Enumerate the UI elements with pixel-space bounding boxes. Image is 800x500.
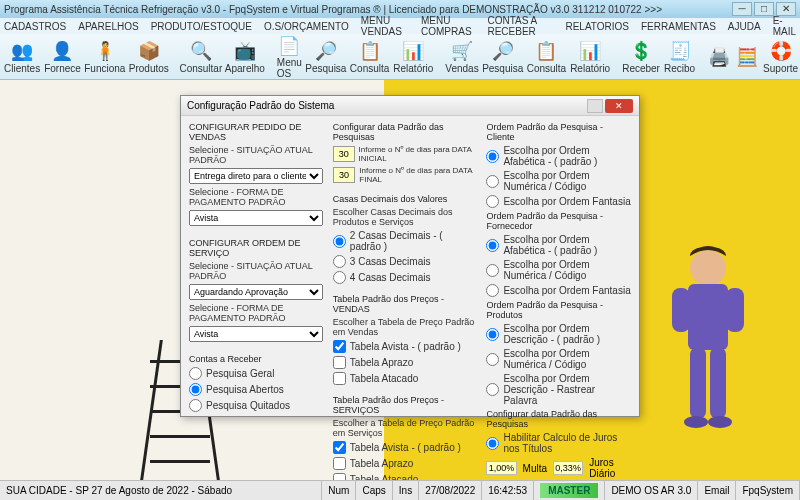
radio-juros[interactable]: Habilitar Calculo de Juros nos Títulos (486, 432, 631, 454)
radio-pesquisa-geral[interactable]: Pesquisa Geral (189, 367, 323, 380)
window-title: Programa Assistência Técnica Refrigeraçã… (4, 4, 732, 15)
config-dialog: Configuração Padrão do Sistema ✕ CONFIGU… (180, 95, 640, 417)
radio-cli-alfa[interactable]: Escolha por Ordem Afabética - ( padrão ) (486, 145, 631, 167)
dialog-close-button[interactable]: ✕ (605, 99, 633, 113)
heading: Casas Decimais dos Valores (333, 194, 477, 204)
status-date: 27/08/2022 (419, 481, 482, 500)
radio-forn-num[interactable]: Escolha por Ordem Numérica / Código (486, 259, 631, 281)
menu-item[interactable]: APARELHOS (78, 21, 138, 32)
ribbon-button[interactable]: 🛟Suporte (763, 36, 798, 78)
radio-prod-rast[interactable]: Escolha por Ordem Descrição - Rastrear P… (486, 373, 631, 406)
dias-inicial-input[interactable]: 30 (333, 146, 355, 162)
menu-item[interactable]: CADASTROS (4, 21, 66, 32)
radio-pesquisa-abertos[interactable]: Pesquisa Abertos (189, 383, 323, 396)
ribbon-icon: 💲 (629, 39, 653, 63)
close-button[interactable]: ✕ (776, 2, 796, 16)
ribbon-label: Consultar (179, 63, 222, 74)
venda-pagamento-select[interactable]: Avista (189, 210, 323, 226)
ribbon-button[interactable]: 📊Relatório (393, 36, 433, 78)
ribbon-button[interactable]: 📋Consulta (527, 36, 566, 78)
ribbon-label: Relatório (570, 63, 610, 74)
heading: CONFIGURAR ORDEM DE SERVIÇO (189, 238, 323, 258)
radio-forn-fant[interactable]: Escolha por Ordem Fantasia (486, 284, 631, 297)
ribbon-button[interactable]: 🖨️ (707, 36, 731, 78)
menu-item[interactable]: FERRAMENTAS (641, 21, 716, 32)
ribbon-button[interactable]: 🧮 (735, 36, 759, 78)
person-graphic (640, 240, 770, 460)
dialog-col-2: Configurar data Padrão das Pesquisas 30I… (333, 122, 477, 500)
ribbon-label: Pesquisa (482, 63, 523, 74)
minimize-button[interactable]: ─ (732, 2, 752, 16)
ribbon-button[interactable]: 📦Produtos (129, 36, 169, 78)
heading: Ordem Padrão da Pesquisa - Produtos (486, 300, 631, 320)
ribbon-icon: 🔎 (314, 39, 338, 63)
ribbon-button[interactable]: 🧾Recibo (664, 36, 695, 78)
juros-input[interactable]: 0,33% (553, 461, 583, 475)
check-servicos-avista[interactable]: Tabela Avista - ( padrão ) (333, 441, 477, 454)
ribbon-button[interactable]: 📋Consulta (350, 36, 389, 78)
heading: Configurar data Padrão das Pesquisas (333, 122, 477, 142)
ribbon-button[interactable]: 🔍Consultar (181, 36, 221, 78)
status-bar: SUA CIDADE - SP 27 de Agosto de 2022 - S… (0, 480, 800, 500)
check-servicos-aprazo[interactable]: Tabela Aprazo (333, 457, 477, 470)
svg-point-6 (684, 416, 708, 428)
menu-item[interactable]: MENU VENDAS (361, 15, 409, 37)
label: Escolher a Tabela de Preço Padrão em Ven… (333, 317, 477, 337)
radio-forn-alfa[interactable]: Escolha por Ordem Afabética - ( padrão ) (486, 234, 631, 256)
maximize-button[interactable]: □ (754, 2, 774, 16)
menu-item[interactable]: AJUDA (728, 21, 761, 32)
radio-pesquisa-quitados[interactable]: Pesquisa Quitados (189, 399, 323, 412)
ribbon-icon: 📋 (534, 39, 558, 63)
menu-item[interactable]: E-MAIL (773, 15, 796, 37)
ribbon-label: Funciona (84, 63, 125, 74)
status-location: SUA CIDADE - SP 27 de Agosto de 2022 - S… (0, 481, 322, 500)
menu-item[interactable]: O.S/ORÇAMENTO (264, 21, 349, 32)
dias-final-input[interactable]: 30 (333, 167, 355, 183)
ribbon-button[interactable]: 📺Aparelho (225, 36, 265, 78)
label: Selecione - FORMA DE PAGAMENTO PADRÃO (189, 303, 323, 323)
menu-bar: CADASTROSAPARELHOSPRODUTO/ESTOQUEO.S/ORÇ… (0, 18, 800, 34)
status-email[interactable]: Email (698, 481, 736, 500)
ribbon-button[interactable]: 🛒Vendas (445, 36, 478, 78)
os-pagamento-select[interactable]: Avista (189, 326, 323, 342)
radio-3casas[interactable]: 3 Casas Decimais (333, 255, 477, 268)
ribbon-icon: 🔍 (189, 39, 213, 63)
radio-cli-fant[interactable]: Escolha por Ordem Fantasia (486, 195, 631, 208)
check-vendas-avista[interactable]: Tabela Avista - ( padrão ) (333, 340, 477, 353)
check-vendas-atacado[interactable]: Tabela Atacado (333, 372, 477, 385)
radio-prod-num[interactable]: Escolha por Ordem Numérica / Código (486, 348, 631, 370)
ribbon-button[interactable]: 🔎Pesquisa (483, 36, 523, 78)
radio-4casas[interactable]: 4 Casas Decimais (333, 271, 477, 284)
ribbon-button[interactable]: 👥Clientes (4, 36, 40, 78)
ribbon-button[interactable]: 🔎Pesquisa (306, 36, 346, 78)
os-situacao-select[interactable]: Aguardando Aprovação (189, 284, 323, 300)
menu-item[interactable]: PRODUTO/ESTOQUE (151, 21, 252, 32)
menu-item[interactable]: MENU COMPRAS (421, 15, 475, 37)
ribbon-label: Clientes (4, 63, 40, 74)
multa-input[interactable]: 1,00% (486, 461, 516, 475)
status-master: MASTER (534, 481, 605, 500)
ribbon-button[interactable]: 🧍Funciona (85, 36, 125, 78)
venda-situacao-select[interactable]: Entrega direto para o cliente (189, 168, 323, 184)
menu-item[interactable]: RELATORIOS (565, 21, 629, 32)
ribbon-icon: 📦 (137, 39, 161, 63)
ribbon-button[interactable]: 👤Fornece (44, 36, 81, 78)
ribbon-button[interactable]: 💲Receber (622, 36, 660, 78)
radio-prod-desc[interactable]: Escolha por Ordem Descrição - ( padrão ) (486, 323, 631, 345)
dialog-help-icon[interactable] (587, 99, 603, 113)
menu-item[interactable]: CONTAS A RECEBER (487, 15, 553, 37)
ribbon-icon: 📄 (277, 35, 301, 57)
status-num: Num (322, 481, 356, 500)
status-ins: Ins (393, 481, 419, 500)
svg-rect-2 (672, 288, 690, 332)
check-vendas-aprazo[interactable]: Tabela Aprazo (333, 356, 477, 369)
svg-rect-1 (688, 284, 728, 350)
radio-2casas[interactable]: 2 Casas Decimais - ( padrão ) (333, 230, 477, 252)
status-fpq[interactable]: FpqSystem (736, 481, 800, 500)
ribbon-label: Consulta (350, 63, 389, 74)
radio-cli-num[interactable]: Escolha por Ordem Numérica / Código (486, 170, 631, 192)
ribbon-button[interactable]: 📄Menu OS (277, 36, 302, 78)
ribbon-button[interactable]: 📊Relatório (570, 36, 610, 78)
svg-point-7 (708, 416, 732, 428)
heading: Tabela Padrão dos Preços - VENDAS (333, 294, 477, 314)
